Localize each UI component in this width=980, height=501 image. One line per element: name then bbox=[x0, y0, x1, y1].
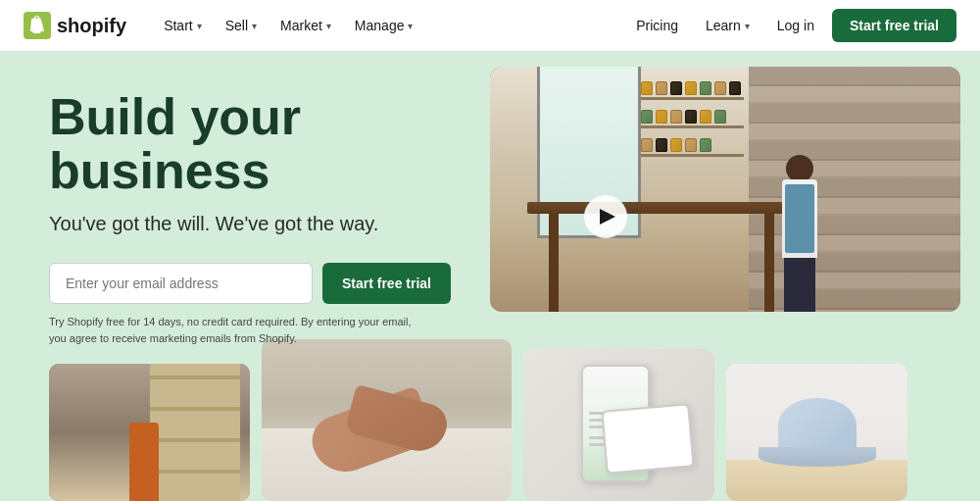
nav-item-sell[interactable]: Sell ▾ bbox=[216, 12, 267, 39]
nav-sell-label: Sell bbox=[225, 18, 248, 33]
nav-learn-link[interactable]: Learn ▾ bbox=[696, 12, 760, 39]
hero-video-thumbnail[interactable] bbox=[490, 67, 960, 312]
cap-scene bbox=[726, 364, 907, 501]
pricing-label: Pricing bbox=[636, 18, 678, 33]
store-table bbox=[527, 202, 796, 313]
hero-disclaimer: Try Shopify free for 14 days, no credit … bbox=[49, 314, 421, 346]
nav-market-label: Market bbox=[280, 18, 322, 33]
hero-subtitle: You've got the will. We've got the way. bbox=[49, 213, 451, 235]
jar bbox=[641, 110, 653, 124]
jar bbox=[729, 81, 741, 95]
thumbnail-cap[interactable] bbox=[726, 364, 907, 501]
nav-start-free-trial-button[interactable]: Start free trial bbox=[832, 9, 956, 42]
jar bbox=[670, 138, 682, 152]
play-icon bbox=[600, 209, 615, 225]
table-leg-left bbox=[549, 214, 559, 313]
jar bbox=[670, 81, 682, 95]
hero-title: Build your business bbox=[49, 90, 451, 197]
shelf-row-2 bbox=[641, 108, 745, 128]
shelf-row-1 bbox=[641, 79, 745, 100]
hero-section: Build your business You've got the will.… bbox=[0, 51, 490, 501]
person-head bbox=[786, 155, 813, 182]
jar bbox=[685, 81, 697, 95]
nav-login-link[interactable]: Log in bbox=[767, 12, 824, 39]
store-person bbox=[770, 155, 829, 312]
jar bbox=[700, 81, 711, 95]
jar bbox=[700, 138, 711, 152]
brand-name: shopify bbox=[57, 15, 126, 37]
email-cta-row: Start free trial bbox=[49, 263, 451, 304]
jar bbox=[714, 81, 726, 95]
jar bbox=[656, 81, 667, 95]
nav-item-manage[interactable]: Manage ▾ bbox=[345, 12, 423, 39]
chevron-down-icon: ▾ bbox=[326, 21, 331, 31]
nav-left-items: Start ▾ Sell ▾ Market ▾ Manage ▾ bbox=[154, 12, 626, 39]
hero-start-free-trial-button[interactable]: Start free trial bbox=[322, 263, 451, 304]
nav-start-label: Start bbox=[164, 18, 193, 33]
jar bbox=[700, 110, 711, 124]
cap-shape bbox=[759, 447, 876, 467]
person-legs bbox=[784, 258, 815, 312]
cap-dome bbox=[778, 398, 857, 452]
jar bbox=[685, 110, 697, 124]
main-content: Build your business You've got the will.… bbox=[0, 51, 980, 501]
navbar: shopify Start ▾ Sell ▾ Market ▾ Manage ▾… bbox=[0, 0, 980, 51]
device-scene bbox=[523, 349, 714, 501]
tablet-mockup bbox=[601, 403, 694, 475]
person-apron bbox=[785, 184, 814, 253]
store-scene bbox=[490, 67, 960, 312]
email-input[interactable] bbox=[49, 263, 313, 304]
jar bbox=[641, 81, 653, 95]
chevron-down-icon: ▾ bbox=[745, 21, 750, 31]
nav-manage-label: Manage bbox=[355, 18, 405, 33]
thumbnail-phone[interactable] bbox=[523, 349, 714, 501]
jar bbox=[656, 110, 667, 124]
cap-brim bbox=[759, 447, 876, 467]
shelf-area bbox=[641, 79, 745, 215]
table-top bbox=[527, 202, 796, 214]
video-play-button[interactable] bbox=[584, 195, 627, 238]
jar bbox=[656, 138, 667, 152]
jar bbox=[641, 138, 653, 152]
chevron-down-icon: ▾ bbox=[197, 21, 202, 31]
svg-rect-1 bbox=[31, 24, 43, 25]
nav-item-start[interactable]: Start ▾ bbox=[154, 12, 212, 39]
login-label: Log in bbox=[777, 18, 814, 33]
shopify-bag-icon bbox=[24, 12, 51, 39]
jar bbox=[714, 110, 726, 124]
shelf-row-3 bbox=[641, 136, 745, 157]
chevron-down-icon: ▾ bbox=[408, 21, 413, 31]
nav-item-market[interactable]: Market ▾ bbox=[270, 12, 341, 39]
learn-label: Learn bbox=[706, 18, 741, 33]
nav-right-items: Pricing Learn ▾ Log in Start free trial bbox=[626, 9, 956, 42]
jar bbox=[670, 110, 682, 124]
chevron-down-icon: ▾ bbox=[252, 21, 257, 31]
brand-logo[interactable]: shopify bbox=[24, 12, 126, 39]
nav-pricing-link[interactable]: Pricing bbox=[626, 12, 688, 39]
jar bbox=[685, 138, 697, 152]
